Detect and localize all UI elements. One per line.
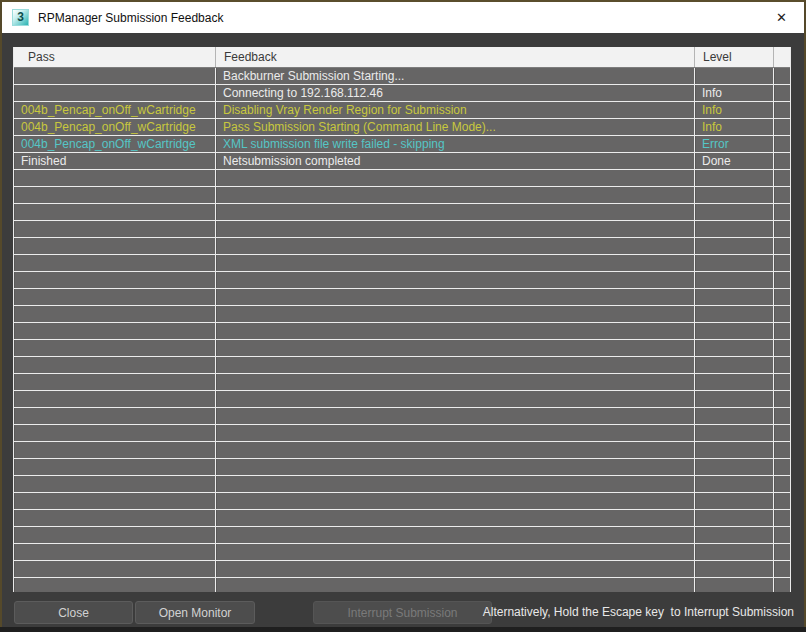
table-row[interactable] (14, 323, 790, 340)
table-row[interactable] (14, 374, 790, 391)
cell-level: Info (695, 85, 774, 102)
cell-level (695, 204, 774, 221)
cell-feedback (216, 425, 695, 442)
cell-feedback (216, 306, 695, 323)
table-row[interactable] (14, 510, 790, 527)
table-row[interactable] (14, 408, 790, 425)
cell-pass (14, 170, 216, 187)
cell-pass (14, 510, 216, 527)
table-row[interactable] (14, 391, 790, 408)
table-row[interactable] (14, 493, 790, 510)
cell-level (695, 238, 774, 255)
table-row[interactable]: Connecting to 192.168.112.46Info (14, 85, 790, 102)
column-header-pass[interactable]: Pass (14, 47, 216, 67)
cell-level (695, 459, 774, 476)
cell-level (695, 544, 774, 561)
cell-spacer (774, 289, 791, 306)
table-row[interactable] (14, 527, 790, 544)
cell-spacer (774, 544, 791, 561)
column-header-spacer (774, 47, 791, 67)
cell-feedback (216, 493, 695, 510)
cell-level (695, 68, 774, 85)
cell-pass: 004b_Pencap_onOff_wCartridge (14, 136, 216, 153)
table-row[interactable] (14, 306, 790, 323)
cell-feedback: Disabling Vray Render Region for Submiss… (216, 102, 695, 119)
cell-spacer (774, 204, 791, 221)
cell-feedback (216, 578, 695, 592)
cell-pass: 004b_Pencap_onOff_wCartridge (14, 102, 216, 119)
desktop-background: 3 RPManager Submission Feedback ✕ Pass F… (0, 0, 806, 632)
table-row[interactable]: Backburner Submission Starting... (14, 68, 790, 85)
cell-feedback (216, 544, 695, 561)
cell-feedback (216, 510, 695, 527)
cell-spacer (774, 187, 791, 204)
cell-level (695, 578, 774, 592)
cell-spacer (774, 306, 791, 323)
cell-feedback (216, 476, 695, 493)
table-row[interactable] (14, 170, 790, 187)
cell-level (695, 476, 774, 493)
cell-pass (14, 357, 216, 374)
table-row[interactable] (14, 255, 790, 272)
cell-spacer (774, 476, 791, 493)
table-row[interactable] (14, 238, 790, 255)
dialog-body: Pass Feedback Level Backburner Submissio… (2, 33, 804, 625)
cell-pass (14, 221, 216, 238)
cell-pass (14, 408, 216, 425)
cell-feedback (216, 272, 695, 289)
cell-feedback (216, 170, 695, 187)
table-row[interactable] (14, 425, 790, 442)
column-header-feedback[interactable]: Feedback (216, 47, 695, 67)
cell-spacer (774, 561, 791, 578)
cell-spacer (774, 408, 791, 425)
interrupt-submission-button[interactable]: Interrupt Submission (313, 601, 492, 624)
cell-level: Info (695, 119, 774, 136)
table-row[interactable] (14, 340, 790, 357)
column-header-level[interactable]: Level (695, 47, 774, 67)
table-row[interactable] (14, 187, 790, 204)
cell-spacer (774, 391, 791, 408)
open-monitor-button[interactable]: Open Monitor (135, 601, 255, 624)
cell-feedback (216, 408, 695, 425)
cell-spacer (774, 238, 791, 255)
close-icon[interactable]: ✕ (759, 2, 804, 33)
cell-spacer (774, 102, 791, 119)
table-row[interactable] (14, 221, 790, 238)
feedback-table: Pass Feedback Level Backburner Submissio… (13, 47, 791, 592)
table-row[interactable]: FinishedNetsubmission completedDone (14, 153, 790, 170)
cell-pass (14, 544, 216, 561)
table-row[interactable]: 004b_Pencap_onOff_wCartridgePass Submiss… (14, 119, 790, 136)
cell-pass (14, 272, 216, 289)
cell-feedback: Netsubmission completed (216, 153, 695, 170)
cell-feedback (216, 374, 695, 391)
table-row[interactable]: 004b_Pencap_onOff_wCartridgeDisabling Vr… (14, 102, 790, 119)
table-row[interactable] (14, 204, 790, 221)
table-row[interactable] (14, 289, 790, 306)
table-row[interactable] (14, 544, 790, 561)
cell-pass (14, 442, 216, 459)
cell-feedback (216, 391, 695, 408)
cell-spacer (774, 221, 791, 238)
close-button[interactable]: Close (14, 601, 133, 624)
cell-feedback (216, 459, 695, 476)
table-row[interactable] (14, 272, 790, 289)
cell-feedback: Pass Submission Starting (Command Line M… (216, 119, 695, 136)
cell-pass (14, 578, 216, 592)
table-row[interactable] (14, 357, 790, 374)
table-row[interactable]: 004b_Pencap_onOff_wCartridgeXML submissi… (14, 136, 790, 153)
cell-level (695, 408, 774, 425)
cell-pass (14, 68, 216, 85)
table-row[interactable] (14, 476, 790, 493)
table-row[interactable] (14, 578, 790, 592)
escape-key-hint: Alternatively, Hold the Escape key to In… (483, 601, 794, 624)
cell-level: Info (695, 102, 774, 119)
cell-feedback (216, 323, 695, 340)
cell-spacer (774, 527, 791, 544)
table-row[interactable] (14, 561, 790, 578)
cell-feedback (216, 187, 695, 204)
table-row[interactable] (14, 442, 790, 459)
cell-feedback (216, 340, 695, 357)
cell-pass (14, 476, 216, 493)
table-row[interactable] (14, 459, 790, 476)
cell-spacer (774, 578, 791, 592)
